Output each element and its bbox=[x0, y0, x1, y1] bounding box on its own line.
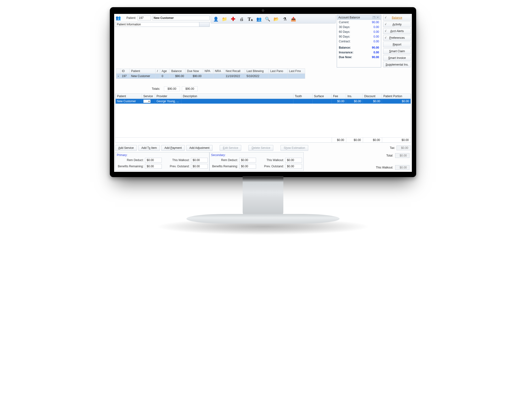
patient-grid-header[interactable]: Last Fmx bbox=[287, 69, 305, 74]
edit-person-icon[interactable]: 👤 bbox=[212, 16, 219, 22]
flask-icon[interactable]: ⚗ bbox=[281, 16, 288, 22]
patient-id-field[interactable]: 197 bbox=[138, 16, 151, 20]
secondary-insurance-panel: Secondary: Rem Deduct: $0.00 This Walkou… bbox=[209, 152, 304, 171]
footer-ins: $0.00 bbox=[346, 138, 363, 142]
service-grid-header[interactable]: Ins. bbox=[346, 94, 363, 99]
patient-grid-cell-slash bbox=[156, 74, 160, 79]
account-balance-panel: Account Balance ❐ ✕ Current:90.0030 Days… bbox=[337, 15, 381, 68]
footer-portion: $0.00 bbox=[382, 138, 411, 142]
check-icon: √ bbox=[385, 30, 386, 32]
patient-grid-cell-due_now: $90.00 bbox=[185, 74, 203, 79]
svc-patient: New Customer bbox=[116, 99, 142, 104]
delete-service-button[interactable]: Delete Service bbox=[248, 145, 273, 151]
primary-rem-deduct: $0.00 bbox=[145, 158, 162, 163]
patient-grid-cell-id: 197 bbox=[120, 74, 130, 79]
add-tx-item-button[interactable]: Add Tx Item bbox=[138, 145, 160, 151]
patient-name-field[interactable]: New Customer bbox=[152, 16, 210, 20]
footer-fee: $0.00 bbox=[332, 138, 346, 142]
secondary-title: Secondary: bbox=[211, 154, 302, 157]
panel-restore-icon[interactable]: ❐ bbox=[372, 16, 376, 19]
patient-grid-header[interactable]: Next Recall bbox=[224, 69, 245, 74]
edit-service-button[interactable]: Edit Service bbox=[220, 145, 241, 151]
side-button-acct-alerts[interactable]: √Acct Alerts bbox=[383, 28, 411, 34]
service-grid-header[interactable]: Surface bbox=[313, 94, 332, 99]
send-folder-icon[interactable]: 📤 bbox=[290, 16, 297, 22]
add-service-button[interactable]: Add Service bbox=[115, 145, 137, 151]
search-icon[interactable]: 🔍 bbox=[264, 16, 271, 22]
tx-icon[interactable]: Tₓ bbox=[247, 16, 254, 22]
patient-grid-header[interactable] bbox=[116, 69, 120, 74]
patient-info-dropdown-button[interactable] bbox=[199, 22, 210, 27]
side-button-smart-claim[interactable]: Smart Claim bbox=[383, 48, 411, 54]
side-button-activity[interactable]: √Activity bbox=[383, 21, 411, 27]
app-root: 👥 Patient: 197 New Customer Patient Info… bbox=[114, 14, 412, 172]
patient-info-field[interactable]: Patient Information bbox=[115, 22, 199, 27]
folder-icon[interactable]: 📁 bbox=[221, 16, 228, 22]
add-adjustment-button[interactable]: Add Adjustment bbox=[186, 145, 212, 151]
footer-discount: $0.00 bbox=[363, 138, 382, 142]
patient-grid-cell-last_bitewing: 5/10/2022 bbox=[245, 74, 269, 79]
account-balance-summary-row: Due Now:90.00 bbox=[337, 55, 381, 60]
patient-grid-header[interactable]: NPA bbox=[203, 69, 213, 74]
svc-description bbox=[182, 99, 293, 104]
service-grid-header[interactable]: Provider bbox=[155, 94, 182, 99]
service-grid-header[interactable]: Discount bbox=[363, 94, 382, 99]
primary-title: Primary: bbox=[117, 154, 208, 157]
svc-surface bbox=[313, 99, 332, 104]
account-balance-row: 60 Days:0.00 bbox=[337, 30, 381, 34]
service-grid-header[interactable]: Patient Portion bbox=[382, 94, 411, 99]
service-grid-row[interactable]: New Customer ▾ George Young, ... $0.00 $… bbox=[116, 99, 411, 104]
primary-prev-label: Prev. Outstand: bbox=[163, 165, 190, 168]
side-button-supplemental-ins-[interactable]: Supplemental Ins. bbox=[383, 62, 411, 68]
service-grid-header[interactable]: Tooth bbox=[293, 94, 313, 99]
open-folder-icon[interactable]: 📂 bbox=[273, 16, 280, 22]
add-payment-button[interactable]: Add Payment bbox=[161, 145, 185, 151]
patient-grid-cell-last_pano bbox=[269, 74, 288, 79]
patient-grid-header[interactable]: Last Pano bbox=[269, 69, 288, 74]
side-button-balance[interactable]: √Balance bbox=[383, 15, 411, 20]
patient-grid-cell-mark: ▪ bbox=[116, 74, 120, 79]
action-bar: Add Service Add Tx Item Add Payment Add … bbox=[114, 143, 412, 152]
people-icon: 👥 bbox=[115, 15, 121, 21]
patient-grid-cell-patient: New Customer bbox=[130, 74, 156, 79]
primary-benefits-label: Benefits Remaining: bbox=[117, 165, 144, 168]
svc-tooth bbox=[293, 99, 313, 104]
svc-service-dropdown[interactable]: ▾ bbox=[142, 99, 155, 104]
service-grid-header[interactable]: Fee bbox=[332, 94, 346, 99]
service-grid-header[interactable]: Description bbox=[182, 94, 293, 99]
patient-grid-row[interactable]: ▪197New Customer0$90.00$90.0011/10/20225… bbox=[116, 74, 305, 79]
right-summary: Total: $0.00 This Walkout: $0.00 bbox=[304, 152, 411, 171]
service-grid: PatientServiceProviderDescriptionToothSu… bbox=[115, 93, 411, 143]
service-grid-header[interactable]: Service bbox=[142, 94, 155, 99]
patient-grid-header[interactable]: NRA bbox=[213, 69, 224, 74]
primary-walkout-label: This Walkout: bbox=[163, 158, 190, 162]
service-grid-header[interactable]: Patient bbox=[116, 94, 142, 99]
tax-value: $0.00 bbox=[396, 145, 411, 150]
svc-fee: $0.00 bbox=[332, 99, 346, 104]
patient-grid-header[interactable]: / bbox=[156, 69, 160, 74]
patient-grid-header[interactable]: Age bbox=[160, 69, 170, 74]
primary-benefits: $0.00 bbox=[145, 164, 162, 169]
patient-grid-header[interactable]: Last Bitewing bbox=[245, 69, 269, 74]
side-button-preferences[interactable]: √Preferences bbox=[383, 35, 411, 41]
patient-grid-header[interactable]: Patient bbox=[130, 69, 156, 74]
secondary-prev: $0.00 bbox=[285, 164, 302, 169]
secondary-rem-deduct-label: Rem Deduct: bbox=[211, 158, 238, 162]
print-icon[interactable]: 🖨 bbox=[238, 16, 245, 22]
account-balance-row: Contract:0.00 bbox=[337, 39, 381, 44]
patient-grid-header[interactable]: Balance bbox=[170, 69, 185, 74]
totals-due-now: $90.00 bbox=[182, 86, 198, 91]
patient-grid-header[interactable]: ID bbox=[120, 69, 130, 74]
svc-provider: George Young, ... bbox=[155, 99, 182, 104]
add-person-icon[interactable]: 👥 bbox=[255, 16, 263, 22]
patient-label: Patient: bbox=[123, 16, 136, 20]
side-button-report[interactable]: Report bbox=[383, 42, 411, 47]
medical-cross-icon[interactable]: ✚ bbox=[230, 16, 237, 22]
show-estimation-button[interactable]: Show Estimation bbox=[281, 145, 308, 151]
svc-discount: $0.00 bbox=[363, 99, 382, 104]
total-value: $0.00 bbox=[395, 153, 409, 158]
this-walkout-label: This Walkout: bbox=[376, 166, 393, 169]
side-button-smart-invoice[interactable]: Smart Invoice bbox=[383, 55, 411, 61]
panel-close-icon[interactable]: ✕ bbox=[376, 16, 380, 19]
patient-grid-header[interactable]: Due Now bbox=[185, 69, 203, 74]
